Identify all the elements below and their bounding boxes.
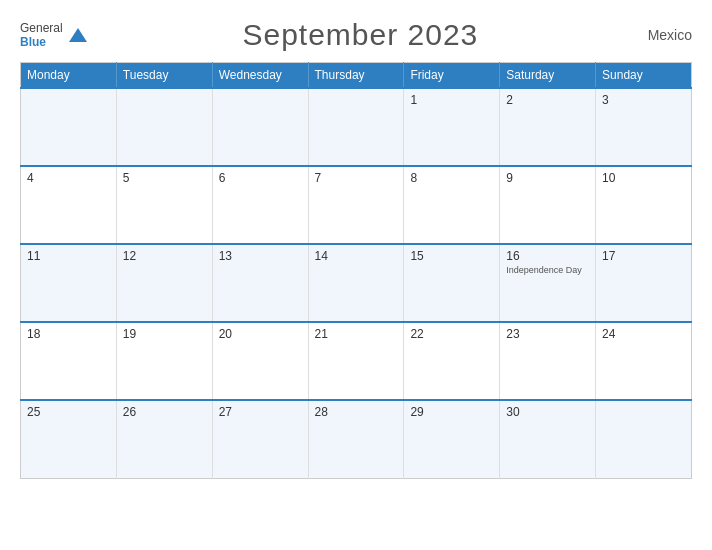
svg-marker-0 — [69, 28, 87, 42]
calendar-cell-w3-d3: 21 — [308, 322, 404, 400]
cell-day-number: 26 — [123, 405, 136, 419]
calendar-cell-w2-d1: 12 — [116, 244, 212, 322]
calendar-cell-w3-d6: 24 — [596, 322, 692, 400]
calendar-title: September 2023 — [89, 18, 632, 52]
cell-day-number: 22 — [410, 327, 423, 341]
logo-blue: Blue — [20, 35, 46, 49]
calendar-cell-w2-d6: 17 — [596, 244, 692, 322]
cell-day-number: 27 — [219, 405, 232, 419]
cell-day-number: 14 — [315, 249, 328, 263]
calendar-cell-w1-d5: 9 — [500, 166, 596, 244]
calendar-cell-w3-d0: 18 — [21, 322, 117, 400]
cell-day-number: 21 — [315, 327, 328, 341]
calendar-cell-w0-d4: 1 — [404, 88, 500, 166]
cell-day-number: 29 — [410, 405, 423, 419]
weekday-thursday: Thursday — [308, 63, 404, 89]
calendar-cell-w0-d0 — [21, 88, 117, 166]
logo: General Blue — [20, 21, 89, 50]
calendar-cell-w4-d4: 29 — [404, 400, 500, 478]
cell-day-number: 30 — [506, 405, 519, 419]
calendar-cell-w2-d4: 15 — [404, 244, 500, 322]
calendar-cell-w4-d0: 25 — [21, 400, 117, 478]
cell-day-number: 6 — [219, 171, 226, 185]
calendar-cell-w0-d2 — [212, 88, 308, 166]
calendar-cell-w3-d5: 23 — [500, 322, 596, 400]
cell-event: Independence Day — [506, 265, 589, 275]
calendar-table: Monday Tuesday Wednesday Thursday Friday… — [20, 62, 692, 479]
calendar-cell-w1-d1: 5 — [116, 166, 212, 244]
calendar-cell-w0-d5: 2 — [500, 88, 596, 166]
calendar-cell-w3-d4: 22 — [404, 322, 500, 400]
calendar-cell-w2-d5: 16Independence Day — [500, 244, 596, 322]
weekday-sunday: Sunday — [596, 63, 692, 89]
calendar-header: Monday Tuesday Wednesday Thursday Friday… — [21, 63, 692, 89]
logo-text: General Blue — [20, 21, 63, 50]
calendar-cell-w0-d1 — [116, 88, 212, 166]
calendar-cell-w2-d3: 14 — [308, 244, 404, 322]
calendar-cell-w4-d3: 28 — [308, 400, 404, 478]
cell-day-number: 28 — [315, 405, 328, 419]
calendar-cell-w1-d2: 6 — [212, 166, 308, 244]
calendar-cell-w3-d2: 20 — [212, 322, 308, 400]
country-label: Mexico — [632, 27, 692, 43]
calendar-cell-w4-d1: 26 — [116, 400, 212, 478]
weekday-friday: Friday — [404, 63, 500, 89]
calendar-cell-w4-d2: 27 — [212, 400, 308, 478]
calendar-cell-w2-d2: 13 — [212, 244, 308, 322]
calendar-cell-w0-d6: 3 — [596, 88, 692, 166]
cell-day-number: 4 — [27, 171, 34, 185]
calendar-cell-w4-d6 — [596, 400, 692, 478]
cell-day-number: 18 — [27, 327, 40, 341]
calendar-page: General Blue September 2023 Mexico Monda… — [0, 0, 712, 550]
calendar-week-2: 111213141516Independence Day17 — [21, 244, 692, 322]
weekday-saturday: Saturday — [500, 63, 596, 89]
cell-day-number: 20 — [219, 327, 232, 341]
cell-day-number: 2 — [506, 93, 513, 107]
cell-day-number: 24 — [602, 327, 615, 341]
calendar-cell-w0-d3 — [308, 88, 404, 166]
weekday-row: Monday Tuesday Wednesday Thursday Friday… — [21, 63, 692, 89]
calendar-cell-w4-d5: 30 — [500, 400, 596, 478]
cell-day-number: 23 — [506, 327, 519, 341]
cell-day-number: 25 — [27, 405, 40, 419]
logo-flag-icon — [67, 26, 89, 44]
calendar-cell-w1-d0: 4 — [21, 166, 117, 244]
cell-day-number: 5 — [123, 171, 130, 185]
logo-general: General — [20, 21, 63, 35]
cell-day-number: 1 — [410, 93, 417, 107]
calendar-body: 12345678910111213141516Independence Day1… — [21, 88, 692, 478]
calendar-cell-w1-d4: 8 — [404, 166, 500, 244]
calendar-week-0: 123 — [21, 88, 692, 166]
calendar-cell-w1-d6: 10 — [596, 166, 692, 244]
cell-day-number: 16 — [506, 249, 519, 263]
cell-day-number: 8 — [410, 171, 417, 185]
calendar-week-4: 252627282930 — [21, 400, 692, 478]
weekday-wednesday: Wednesday — [212, 63, 308, 89]
cell-day-number: 10 — [602, 171, 615, 185]
cell-day-number: 15 — [410, 249, 423, 263]
cell-day-number: 11 — [27, 249, 40, 263]
calendar-cell-w1-d3: 7 — [308, 166, 404, 244]
calendar-cell-w2-d0: 11 — [21, 244, 117, 322]
weekday-tuesday: Tuesday — [116, 63, 212, 89]
cell-day-number: 3 — [602, 93, 609, 107]
cell-day-number: 19 — [123, 327, 136, 341]
calendar-week-3: 18192021222324 — [21, 322, 692, 400]
calendar-cell-w3-d1: 19 — [116, 322, 212, 400]
calendar-week-1: 45678910 — [21, 166, 692, 244]
cell-day-number: 7 — [315, 171, 322, 185]
cell-day-number: 13 — [219, 249, 232, 263]
header: General Blue September 2023 Mexico — [20, 18, 692, 52]
weekday-monday: Monday — [21, 63, 117, 89]
cell-day-number: 12 — [123, 249, 136, 263]
cell-day-number: 17 — [602, 249, 615, 263]
cell-day-number: 9 — [506, 171, 513, 185]
